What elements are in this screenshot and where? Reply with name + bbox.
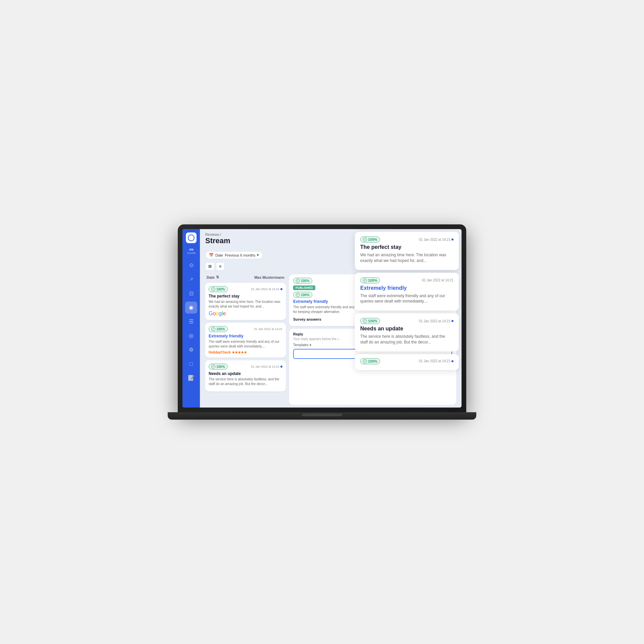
- score-badge-2: ✓ 100%: [209, 326, 228, 332]
- chevron-down-icon: ▾: [257, 253, 259, 257]
- floating-text-2: The staff were extremely friendly and an…: [360, 293, 453, 305]
- floating-card-3[interactable]: ✓ 100% 01 Jan 2022 at 14:21 Needs an upd…: [355, 313, 459, 352]
- sidebar-icon-reports[interactable]: □: [185, 358, 197, 370]
- templates-button[interactable]: Templates ▾: [293, 343, 311, 347]
- sidebar-icon-messages[interactable]: ◉: [185, 302, 197, 314]
- grid-view-button[interactable]: ⊞: [205, 262, 215, 270]
- floating-score-badge-2: ✓ 100%: [360, 277, 380, 283]
- floating-score-icon-1: ✓: [363, 237, 367, 241]
- review-card-1[interactable]: ✓ 100% 01 Jan 2022 at 14:21 The p: [205, 283, 286, 320]
- score-value-2: 100%: [216, 327, 225, 331]
- floating-card-2-header: ✓ 100% 01 Jan 2022 at 14:21: [360, 277, 453, 283]
- floating-title-3: Needs an update: [360, 326, 453, 332]
- floating-date-4: 01 Jan 2022 at 14:21: [419, 359, 453, 363]
- laptop-wrapper: AN 123456 ⊙ ↗ ⊡ ◉ ☰ ◎ ⚙ □ 📝: [171, 171, 473, 473]
- floating-score-badge-4: ✓ 100%: [360, 358, 380, 364]
- detail-score-value: 100%: [301, 279, 310, 283]
- floating-score-3: 100%: [368, 319, 377, 323]
- floating-card-3-header: ✓ 100% 01 Jan 2022 at 14:21: [360, 318, 453, 324]
- sidebar-icon-media[interactable]: ⊡: [185, 287, 197, 300]
- chevron-down-templates-icon: ▾: [310, 343, 311, 347]
- floating-panel-wrapper: ✓ 100% 01 Jan 2022 at 14:21 The perfect …: [355, 232, 459, 405]
- date-header-label: Date: [207, 275, 215, 279]
- sidebar-icon-tasks[interactable]: ☰: [185, 316, 197, 328]
- laptop-base: [168, 412, 476, 420]
- sidebar-icon-notes[interactable]: 📝: [185, 372, 197, 384]
- review-date-3: 01 Jan 2022 at 14:21: [251, 365, 282, 368]
- review-date-1: 01 Jan 2022 at 14:21: [251, 287, 282, 291]
- filter-value: Previous 6 months: [225, 253, 255, 257]
- unread-dot-1: [280, 288, 282, 290]
- detail-score-icon: ✓: [296, 279, 300, 283]
- review-title-2: Extremely friendly: [209, 334, 282, 338]
- sidebar-icon-dashboard[interactable]: ⊙: [185, 259, 197, 271]
- review-card-3-header: ✓ 100% 01 Jan 2022 at 14:21: [209, 364, 282, 370]
- filter-label: Date: [215, 253, 223, 257]
- sidebar: AN 123456 ⊙ ↗ ⊡ ◉ ☰ ◎ ⚙ □ 📝: [182, 229, 200, 408]
- floating-score-icon-4: ✓: [363, 359, 367, 363]
- score-value-3: 100%: [216, 365, 225, 369]
- score-icon-3: ✓: [211, 365, 215, 369]
- date-header[interactable]: Date ⇅: [207, 275, 219, 279]
- google-logo: Google: [209, 311, 282, 317]
- floating-card-4-header: ✓ 100% 01 Jan 2022 at 14:21: [360, 358, 453, 364]
- floating-date-3: 01 Jan 2022 at 14:21: [419, 319, 453, 323]
- screen-container: AN 123456 ⊙ ↗ ⊡ ◉ ☰ ◎ ⚙ □ 📝: [182, 229, 462, 408]
- review-card-1-header: ✓ 100% 01 Jan 2022 at 14:21: [209, 286, 282, 292]
- laptop-screen: AN 123456 ⊙ ↗ ⊡ ◉ ☰ ◎ ⚙ □ 📝: [182, 229, 462, 408]
- floating-title-1: The perfect stay: [360, 244, 453, 250]
- user-code: 123456: [187, 252, 196, 255]
- reviewer-header-label: Max Mustermann: [254, 275, 284, 279]
- detail-score-badge2: ✓ 100%: [293, 292, 312, 298]
- floating-text-1: We had an amazing time here. The locatio…: [360, 252, 453, 264]
- floating-score-icon-2: ✓: [363, 278, 367, 282]
- sidebar-icon-analytics[interactable]: ↗: [185, 273, 197, 285]
- published-badge: PUBLISHED: [293, 285, 315, 290]
- review-title-3: Needs an update: [209, 371, 282, 376]
- list-view-button[interactable]: ≡: [216, 262, 224, 270]
- floating-score-1: 100%: [368, 237, 377, 241]
- floating-title-2: Extremely friendly: [360, 285, 453, 291]
- review-card-2[interactable]: ✓ 100% 01 Jan 2022 at 14:21 Extremely fr…: [205, 323, 286, 358]
- detail-score-value2: 100%: [301, 293, 310, 297]
- list-header: Date ⇅ Max Mustermann: [205, 274, 286, 280]
- sidebar-icon-settings[interactable]: ⚙: [185, 344, 197, 356]
- review-title-1: The perfect stay: [209, 294, 282, 299]
- score-icon-1: ✓: [211, 287, 215, 291]
- user-avatar: AN 123456: [187, 248, 196, 255]
- floating-dot-3: [451, 320, 453, 322]
- app-logo: [186, 232, 197, 243]
- review-card-2-header: ✓ 100% 01 Jan 2022 at 14:21: [209, 326, 282, 332]
- floating-text-3: The service here is absolutely faultless…: [360, 334, 453, 345]
- detail-score-icon2: ✓: [296, 293, 300, 297]
- floating-card-4[interactable]: ✓ 100% 01 Jan 2022 at 14:21: [355, 354, 459, 370]
- unread-dot-3: [280, 366, 282, 368]
- floating-score-badge-1: ✓ 100%: [360, 236, 380, 243]
- review-text-3: The service here is absolutely faultless…: [209, 377, 282, 386]
- floating-score-icon-3: ✓: [363, 319, 367, 323]
- floating-date-1: 01 Jan 2022 at 14:21: [419, 238, 453, 241]
- score-icon-2: ✓: [211, 327, 215, 331]
- score-badge-3: ✓ 100%: [209, 364, 228, 370]
- review-card-3[interactable]: ✓ 100% 01 Jan 2022 at 14:21 Needs: [205, 360, 286, 391]
- detail-score-badge: ✓ 100%: [293, 278, 312, 284]
- review-date-2: 01 Jan 2022 at 14:21: [254, 327, 282, 331]
- floating-score-badge-3: ✓ 100%: [360, 318, 380, 324]
- sidebar-icon-goals[interactable]: ◎: [185, 330, 197, 342]
- review-text-1: We had an amazing time here. The locatio…: [209, 300, 282, 309]
- logo-icon: [188, 234, 195, 241]
- floating-score-2: 100%: [368, 278, 377, 282]
- sort-icon: ⇅: [216, 275, 219, 279]
- floating-dot-4: [451, 360, 453, 362]
- date-filter-button[interactable]: 📅 Date Previous 6 months ▾: [205, 251, 263, 259]
- calendar-icon: 📅: [209, 253, 214, 257]
- holidaycheck-logo: HolidayCheck ★★★★★: [209, 351, 282, 354]
- floating-card-1[interactable]: ✓ 100% 01 Jan 2022 at 14:21 The perfect …: [355, 232, 459, 270]
- laptop-body: AN 123456 ⊙ ↗ ⊡ ◉ ☰ ◎ ⚙ □ 📝: [178, 224, 466, 412]
- floating-card-2[interactable]: ✓ 100% 01 Jan 2022 at 14:21 Extremely fr…: [355, 273, 459, 311]
- score-badge-1: ✓ 100%: [209, 286, 228, 292]
- score-value-1: 100%: [216, 287, 225, 291]
- review-list: Date ⇅ Max Mustermann ✓: [205, 274, 286, 405]
- templates-label: Templates: [293, 343, 309, 347]
- floating-date-2: 01 Jan 2022 at 14:21: [422, 278, 453, 282]
